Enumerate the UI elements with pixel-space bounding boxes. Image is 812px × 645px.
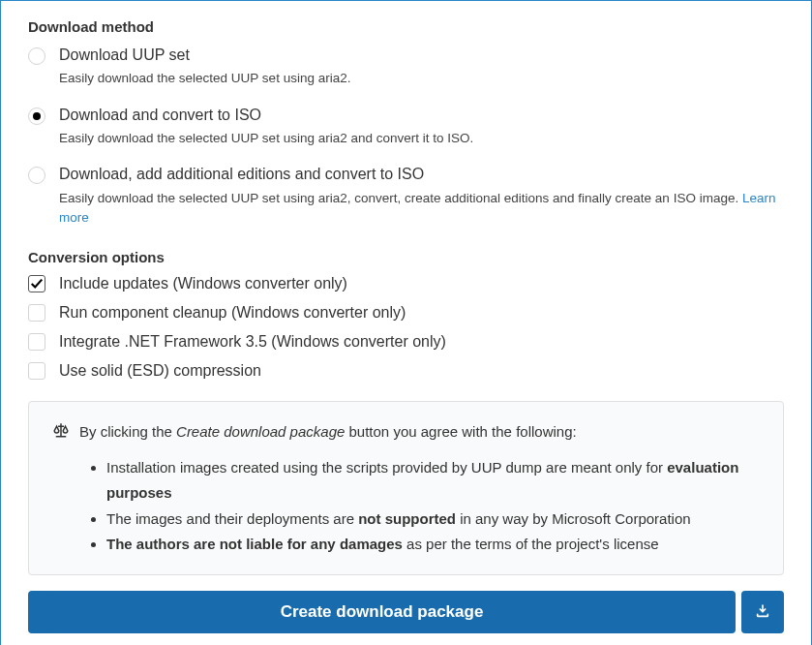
radio-icon <box>28 167 45 184</box>
download-icon <box>755 603 770 622</box>
checkbox-label: Use solid (ESD) compression <box>59 362 261 380</box>
notice-intro: By clicking the Create download package … <box>52 421 760 442</box>
conversion-options-title: Conversion options <box>28 249 784 265</box>
radio-icon <box>28 47 45 65</box>
download-method-title: Download method <box>28 18 784 35</box>
checkbox-icon <box>28 275 45 292</box>
download-method-group: Download UUP set Easily download the sel… <box>28 45 784 228</box>
main-panel: Download method Download UUP set Easily … <box>0 0 812 645</box>
notice-list: Installation images created using the sc… <box>52 455 760 557</box>
checkbox-icon <box>28 362 45 380</box>
checkbox-component-cleanup[interactable]: Run component cleanup (Windows converter… <box>28 304 784 322</box>
radio-desc: Easily download the selected UUP set usi… <box>59 189 784 229</box>
checkbox-label: Run component cleanup (Windows converter… <box>59 304 406 322</box>
notice-item: The images and their deployments are not… <box>106 507 760 532</box>
action-row: Create download package <box>28 591 784 633</box>
checkbox-icon <box>28 333 45 351</box>
create-download-package-button[interactable]: Create download package <box>28 591 736 633</box>
download-icon-button[interactable] <box>741 591 784 633</box>
radio-label: Download UUP set <box>59 45 784 66</box>
checkbox-integrate-net[interactable]: Integrate .NET Framework 3.5 (Windows co… <box>28 333 784 351</box>
radio-download-convert-iso[interactable]: Download and convert to ISO Easily downl… <box>28 105 784 149</box>
radio-icon <box>28 108 45 125</box>
checkbox-label: Include updates (Windows converter only) <box>59 275 347 292</box>
notice-item: The authors are not liable for any damag… <box>106 532 760 557</box>
radio-download-uup-set[interactable]: Download UUP set Easily download the sel… <box>28 45 784 89</box>
checkbox-label: Integrate .NET Framework 3.5 (Windows co… <box>59 333 446 351</box>
notice-item: Installation images created using the sc… <box>106 455 760 507</box>
scales-icon <box>52 421 70 442</box>
notice-intro-em: Create download package <box>176 423 345 440</box>
radio-desc: Easily download the selected UUP set usi… <box>59 129 784 148</box>
radio-download-additional-editions[interactable]: Download, add additional editions and co… <box>28 164 784 228</box>
checkbox-include-updates[interactable]: Include updates (Windows converter only) <box>28 275 784 292</box>
radio-label: Download and convert to ISO <box>59 105 784 126</box>
checkbox-esd-compression[interactable]: Use solid (ESD) compression <box>28 362 784 380</box>
conversion-options-group: Include updates (Windows converter only)… <box>28 275 784 380</box>
checkbox-icon <box>28 304 45 322</box>
radio-label: Download, add additional editions and co… <box>59 164 784 185</box>
agreement-notice: By clicking the Create download package … <box>28 401 784 575</box>
radio-desc: Easily download the selected UUP set usi… <box>59 69 784 88</box>
